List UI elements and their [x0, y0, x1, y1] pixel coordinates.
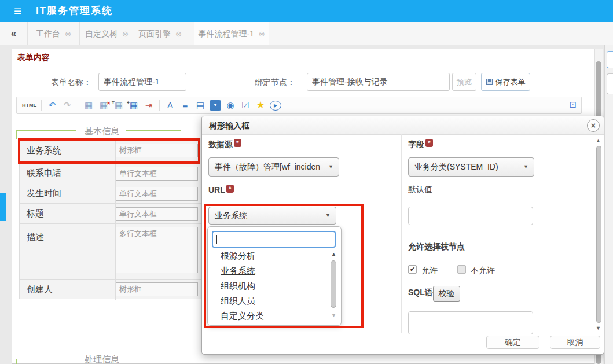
- dropdown-field-icon[interactable]: ▼: [210, 100, 221, 111]
- tab-close-icon[interactable]: ⊗: [65, 30, 71, 38]
- bind-node-label: 绑定节点：: [255, 78, 295, 88]
- table-tree-icon[interactable]: ▦T: [113, 100, 124, 111]
- hamburger-menu-icon[interactable]: ≡: [14, 3, 21, 19]
- field-widget-treebox[interactable]: 树形框: [115, 282, 198, 296]
- text-cursor: [216, 235, 217, 244]
- bind-node-input[interactable]: [307, 73, 450, 91]
- field-widget-textarea[interactable]: 多行文本框: [115, 227, 198, 273]
- app-title: IT服务管理系统: [36, 0, 113, 22]
- preview-button[interactable]: 预览: [452, 73, 476, 91]
- dialog-title: 树形输入框: [209, 121, 249, 131]
- legend-line: [16, 130, 76, 131]
- tab-workbench[interactable]: 工作台 ⊗: [28, 22, 80, 45]
- it-service-management-app: ≡ IT服务管理系统 « 工作台 ⊗ 自定义树 ⊗ 页面引擎 ⊗ 事件流程管理-…: [0, 0, 613, 364]
- required-asterisk: *: [234, 139, 241, 147]
- tab-label: 自定义树: [85, 29, 118, 38]
- save-icon: [486, 79, 493, 85]
- clipped-button[interactable]: [607, 73, 613, 94]
- delete-badge: ✖: [107, 98, 111, 109]
- field-row-contact-phone[interactable]: 联系电话 单行文本框: [20, 163, 201, 183]
- tab-close-icon[interactable]: ⊗: [175, 30, 182, 38]
- clipped-button[interactable]: [607, 51, 613, 68]
- field-widget-textbox[interactable]: 单行文本框: [115, 207, 198, 221]
- redo-icon[interactable]: ↷: [61, 100, 73, 111]
- form-name-input[interactable]: [98, 73, 186, 91]
- label-text: 字段: [408, 139, 424, 149]
- delete-table-icon[interactable]: ▦✖: [98, 100, 109, 111]
- legend-line: [126, 130, 181, 131]
- tab-event-flow-active[interactable]: 事件流程管理-1 ⊗: [194, 22, 269, 45]
- modal-scrollbar-thumb[interactable]: [596, 146, 601, 323]
- column-divider: [401, 134, 402, 333]
- field-row-creator[interactable]: 创建人 树形框: [20, 280, 201, 299]
- modal-scroll-up-icon[interactable]: ▲: [596, 138, 601, 144]
- toolbar-separator: [159, 100, 160, 111]
- undo-icon[interactable]: ↶: [46, 100, 58, 111]
- dialog-header[interactable]: 树形输入框 ×: [202, 116, 604, 135]
- insert-table-icon[interactable]: ▦: [83, 100, 94, 111]
- dropdown-value: 业务系统: [215, 211, 247, 220]
- tab-close-icon[interactable]: ⊗: [122, 30, 129, 38]
- tab-custom-tree[interactable]: 自定义树 ⊗: [80, 22, 134, 45]
- merge-cell-icon[interactable]: ⇥: [143, 100, 155, 111]
- dropdown-option-root-analysis[interactable]: 根源分析: [221, 249, 302, 263]
- dropdown-option-org-person[interactable]: 组织人员: [221, 294, 302, 308]
- tab-label: 事件流程管理-1: [198, 29, 254, 38]
- field-dropdown[interactable]: 业务分类(SYSTEM_ID) ▼: [408, 157, 534, 177]
- url-dropdown[interactable]: 业务系统 ▼: [208, 207, 336, 225]
- textarea-field-icon[interactable]: ▤: [194, 100, 206, 111]
- field-widget-textbox[interactable]: 单行文本框: [115, 167, 198, 181]
- app-header: ≡ IT服务管理系统: [0, 0, 613, 22]
- radio-field-icon[interactable]: ◉: [225, 100, 236, 111]
- field-widget-treebox[interactable]: 树形框: [115, 144, 198, 157]
- cancel-button[interactable]: 取消: [550, 336, 600, 349]
- field-row-occur-time[interactable]: 发生时间 单行文本框: [20, 183, 201, 204]
- field-row-description[interactable]: 描述 多行文本框: [20, 224, 201, 280]
- field-label: 发生时间: [27, 188, 61, 199]
- html-source-icon[interactable]: HTML: [22, 100, 36, 111]
- dropdown-value: 事件（故障）管理[wf_inciden: [215, 162, 320, 171]
- form-name-label: 表单名称：: [51, 78, 91, 88]
- dropdown-option-organization[interactable]: 组织机构: [221, 279, 302, 293]
- validate-sql-button[interactable]: 校验: [433, 286, 460, 302]
- font-color-icon[interactable]: A: [164, 100, 176, 111]
- collapse-tabs-button[interactable]: «: [0, 22, 28, 45]
- save-form-button[interactable]: 保存表单: [481, 73, 530, 91]
- url-dropdown-open-list: 根源分析 业务系统 组织机构 组织人员 自定义分类 ▲ ▼: [207, 226, 342, 326]
- star-icon[interactable]: ★: [255, 100, 266, 111]
- url-label: URL*: [208, 185, 234, 194]
- plus-badge: +: [127, 97, 130, 109]
- toolbar-separator: [78, 100, 78, 111]
- list-scroll-down-icon[interactable]: ▼: [331, 312, 336, 318]
- default-value-input[interactable]: [408, 207, 533, 225]
- section-process-info-title: 处理信息: [76, 354, 128, 364]
- dropdown-search-input[interactable]: [212, 231, 336, 248]
- list-scrollbar-thumb[interactable]: [331, 260, 336, 308]
- dropdown-option-business-system[interactable]: 业务系统: [221, 264, 302, 278]
- modal-scroll-down-icon[interactable]: ▼: [596, 325, 601, 331]
- tab-page-engine[interactable]: 页面引擎 ⊗: [134, 22, 186, 45]
- save-label: 保存表单: [495, 78, 526, 86]
- toolbar-separator: [41, 100, 42, 111]
- field-row-title[interactable]: 标题 单行文本框: [20, 204, 201, 224]
- align-icon[interactable]: ≡: [179, 100, 191, 111]
- chevron-down-icon: ▼: [328, 158, 333, 176]
- field-widget-textbox[interactable]: 单行文本框: [115, 187, 198, 201]
- sql-textarea[interactable]: [408, 311, 533, 334]
- side-panel-handle[interactable]: [0, 193, 6, 221]
- allow-checkbox-checked[interactable]: ✔: [408, 265, 417, 274]
- play-icon[interactable]: ▶: [270, 101, 281, 111]
- allow-label: 允许: [421, 266, 438, 276]
- ok-button[interactable]: 确定: [486, 336, 539, 349]
- add-row-icon[interactable]: ▦+: [128, 100, 140, 111]
- required-asterisk: *: [425, 139, 433, 147]
- datasource-dropdown[interactable]: 事件（故障）管理[wf_inciden ▼: [208, 157, 339, 177]
- field-row-business-system[interactable]: 业务系统 树形框: [20, 138, 201, 163]
- monitor-icon[interactable]: ⊡: [569, 100, 577, 110]
- checkbox-field-icon[interactable]: ☑: [240, 100, 251, 111]
- tab-close-icon[interactable]: ⊗: [259, 30, 265, 38]
- dropdown-option-custom-category[interactable]: 自定义分类: [221, 309, 302, 323]
- dialog-close-button[interactable]: ×: [587, 119, 600, 132]
- list-scroll-up-icon[interactable]: ▲: [331, 251, 336, 257]
- disallow-checkbox-unchecked[interactable]: [457, 265, 466, 274]
